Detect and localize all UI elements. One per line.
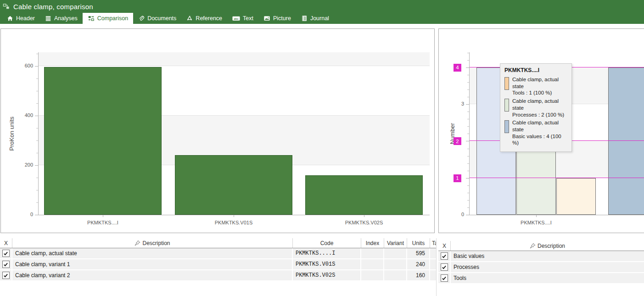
col-header-description[interactable]: Description (12, 238, 293, 248)
y-minor-tick (36, 128, 38, 128)
clipped-cell (430, 259, 436, 269)
gridline-600 (39, 66, 430, 66)
y-tick-3 (466, 104, 469, 105)
y-minor-tick (467, 193, 469, 193)
title-bar: Cable clamp, comparison (0, 0, 644, 13)
bar-PKMKTKS....I-processes[interactable] (516, 141, 556, 215)
description-cell: Tools (451, 273, 644, 283)
tab-label: Comparison (97, 15, 128, 22)
tab-comparison[interactable]: Comparison (83, 13, 133, 24)
col-header-variant[interactable]: Variant (384, 238, 407, 248)
col-header-x[interactable]: X (0, 238, 12, 248)
x-tick (364, 215, 364, 217)
y-tick-label-highlight-1: 1 (454, 174, 461, 182)
table-splitter[interactable] (436, 238, 437, 296)
y-minor-tick (36, 153, 38, 153)
row-checkbox[interactable] (441, 252, 448, 260)
y-minor-tick (36, 140, 38, 141)
y-minor-tick (467, 163, 469, 164)
tab-header[interactable]: Header (2, 13, 40, 24)
code-cell: PKMKTKS.V01S (293, 259, 361, 269)
plot-band (39, 52, 430, 66)
row-checkbox[interactable] (2, 250, 10, 257)
description-cell: Basic values (451, 251, 644, 261)
application-window: Cable clamp, comparison HeaderAnalysesCo… (0, 0, 644, 296)
y-minor-tick (467, 60, 469, 61)
y-tick-label-400: 400 (15, 112, 33, 118)
x-axis-line (469, 215, 644, 215)
y-tick-label-highlight-4: 4 (454, 64, 461, 72)
x-tick-label-PKMKTKS.V01S: PKMKTKS.V01S (188, 220, 280, 225)
tab-picture[interactable]: Picture (258, 13, 296, 24)
table-row[interactable]: Cable clamp, variant 1PKMKTKS.V01S240 (0, 259, 436, 270)
index-cell (361, 248, 384, 258)
y-axis-line (38, 52, 39, 215)
tab-label: Text (243, 15, 253, 22)
tab-documents[interactable]: Documents (133, 13, 181, 24)
x-tick (103, 215, 103, 217)
row-checkbox[interactable] (441, 274, 448, 282)
bar-PKMKTKS.V01S[interactable] (175, 155, 292, 215)
checkbox-cell (438, 273, 451, 283)
table-row[interactable]: Processes (438, 262, 644, 273)
journal-icon (301, 15, 308, 22)
y-minor-tick (36, 54, 38, 54)
index-cell (361, 259, 384, 269)
col-header-description[interactable]: Description (451, 241, 644, 251)
description-cell: Cable clamp, variant 1 (12, 259, 293, 269)
row-checkbox[interactable] (2, 261, 10, 268)
col-header-x[interactable]: X (438, 241, 451, 251)
components-table: X Description Basic valuesProcessesTools (438, 241, 644, 284)
tab-journal[interactable]: Journal (296, 13, 334, 24)
y-tick-label-200: 200 (15, 162, 33, 168)
y-tick-400 (35, 116, 38, 116)
y-minor-tick (467, 53, 469, 53)
y-minor-tick (467, 207, 469, 208)
y-minor-tick (467, 200, 469, 201)
y-minor-tick (36, 190, 38, 190)
tab-reference[interactable]: Reference (181, 13, 227, 24)
y-axis-title: Number (449, 52, 456, 215)
bar-PKMKTKS....I[interactable] (44, 67, 162, 215)
row-checkbox[interactable] (2, 272, 10, 279)
tab-analyses[interactable]: Analyses (40, 13, 83, 24)
tooltip-entry: Cable clamp, actual stateProcesses : 2 (… (504, 98, 567, 118)
svg-text:abc: abc (234, 17, 239, 20)
col-header-units[interactable]: Units (407, 238, 430, 248)
tooltip-entry: Cable clamp, actual stateTools : 1 (100 … (504, 76, 567, 96)
analyses-table: X Description Code Index Variant Units T… (0, 238, 436, 281)
tab-bar: HeaderAnalysesComparisonDocumentsReferen… (0, 13, 644, 24)
bar-PKMKTKS....I-tools[interactable] (556, 178, 596, 215)
y-tick-0 (466, 215, 469, 215)
table-row[interactable]: Tools (438, 273, 644, 284)
y-tick-label-0: 0 (15, 212, 33, 217)
y-axis-line (469, 52, 470, 215)
units-cell: 595 (407, 248, 430, 258)
home-icon (7, 15, 13, 22)
code-cell: PKMKTKS.V02S (293, 270, 361, 280)
col-header-code[interactable]: Code (293, 238, 361, 248)
col-header-index[interactable]: Index (361, 238, 384, 248)
number-chart-panel: PKMKTKS....I Cable clamp, actual stateTo… (438, 28, 644, 233)
table-row[interactable]: Cable clamp, variant 2PKMKTKS.V02S160 (0, 270, 436, 281)
picture-icon (263, 15, 270, 22)
highlight-line-1 (470, 178, 644, 178)
table-row[interactable]: Basic values (438, 251, 644, 262)
tab-label: Picture (273, 15, 291, 22)
tab-text[interactable]: abcText (227, 13, 258, 24)
y-minor-tick (36, 202, 38, 203)
y-minor-tick (467, 82, 469, 83)
recycle-icon (186, 15, 193, 22)
table-row[interactable]: Cable clamp, actual statePKMKTKS....I595 (0, 248, 436, 259)
checkbox-cell (0, 248, 12, 258)
row-checkbox[interactable] (441, 263, 448, 271)
checkbox-cell (0, 259, 12, 269)
series-swatch (504, 99, 509, 112)
tab-label: Documents (147, 15, 176, 22)
tooltip-title: PKMKTKS....I (504, 67, 567, 73)
y-minor-tick (467, 134, 469, 134)
y-tick-4 (466, 67, 469, 68)
col-header-clipped[interactable]: Ta (430, 238, 436, 248)
bar-PKMKTKS.V02S[interactable] (305, 175, 423, 215)
y-tick-2 (466, 141, 469, 141)
